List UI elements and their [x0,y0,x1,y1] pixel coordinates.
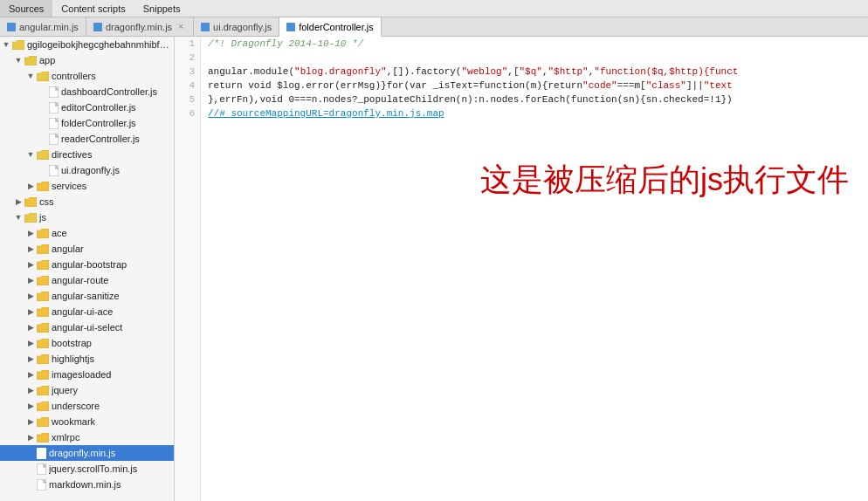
tab-dragonfly-min[interactable]: dragonfly.min.js × [86,17,194,36]
tab-ui-dragonfly[interactable]: ui.dragonfly.js [194,17,279,36]
folder-icon [37,182,49,191]
tree-arrow-angular-sanitize [24,288,37,304]
tree-item-angular-sanitize[interactable]: angular-sanitize [0,288,174,304]
code-line-3: angular.module("blog.dragonfly",[]).fact… [208,65,861,79]
tree-item-dashboardController[interactable]: dashboardController.js [0,84,174,100]
tree-label-folderController: folderController.js [61,118,136,128]
tree-item-markdown-min[interactable]: markdown.min.js [0,477,174,492]
tree-arrow-root [0,37,12,52]
tree-item-wookmark[interactable]: wookmark [0,414,174,429]
tree-item-imagesloaded[interactable]: imagesloaded [0,367,174,382]
tab-close-icon[interactable]: × [176,22,186,32]
tree-label-jquery-scrollto: jquery.scrollTo.min.js [49,463,137,474]
tree-item-underscore[interactable]: underscore [0,398,174,414]
folder-icon [37,354,49,364]
tree-item-angular-route[interactable]: angular-route [0,272,174,288]
tree-item-bootstrap[interactable]: bootstrap [0,335,174,351]
tab-bar: angular.min.js dragonfly.min.js × ui.dra… [0,17,868,37]
tree-item-editorController[interactable]: editorController.js [0,100,174,115]
line-num-2: 2 [180,51,195,65]
code-line-1: /*! Dragonfly 2014-10-10 */ [208,37,861,51]
tree-item-angular-bootstrap[interactable]: angular-bootstrap [0,257,174,272]
tab-file-icon [201,23,210,31]
tree-item-xmlrpc[interactable]: xmlrpc [0,429,174,445]
tree-label-angular-ui-select: angular-ui-select [52,322,122,333]
tree-item-app[interactable]: app [0,52,174,68]
tree-item-ui-dragonfly-file[interactable]: ui.dragonfly.js [0,162,174,178]
tab-label: dragonfly.min.js [106,22,172,32]
tree-arrow-services [24,178,37,194]
tree-item-angular-ui-select[interactable]: angular-ui-select [0,319,174,335]
tree-arrow-dashboardController [37,84,49,100]
tree-arrow-readerController [37,131,49,147]
folder-icon [37,401,49,411]
tree-label-dragonfly-min-file: dragonfly.min.js [49,448,115,458]
menu-snippets[interactable]: Snippets [134,0,189,17]
file-icon [37,448,46,459]
line-numbers: 1 2 3 4 5 6 [175,37,201,501]
code-lines: /*! Dragonfly 2014-10-10 */ angular.modu… [201,37,868,501]
tree-item-controllers[interactable]: controllers [0,68,174,84]
tree-item-js[interactable]: js [0,209,174,225]
tree-label-directives: directives [52,149,92,160]
tree-item-ace[interactable]: ace [0,225,174,241]
tree-item-readerController[interactable]: readerController.js [0,131,174,147]
tree-label-readerController: readerController.js [61,134,140,144]
main-area: ggilogeibokjhegcghebahnmhibfpgobappcontr… [0,37,868,501]
folder-icon [37,276,49,285]
folder-icon [37,307,49,317]
tree-item-dragonfly-min-file[interactable]: dragonfly.min.js [0,445,174,461]
tree-item-root[interactable]: ggilogeibokjhegcghebahnmhibfpgob [0,37,174,52]
tab-file-icon [7,23,16,31]
line-num-4: 4 [180,79,195,93]
code-text: return void $log.error(errMsg)}for(var _… [208,80,733,91]
tree-arrow-highlightjs [24,351,37,367]
tab-angular-min[interactable]: angular.min.js [0,17,86,36]
tree-item-angular-ui-ace[interactable]: angular-ui-ace [0,304,174,319]
tree-item-folderController[interactable]: folderController.js [0,115,174,131]
tree-item-jquery[interactable]: jquery [0,382,174,398]
line-num-3: 3 [180,65,195,79]
tree-item-angular[interactable]: angular [0,241,174,257]
code-line-4: return void $log.error(errMsg)}for(var _… [208,79,861,93]
tree-label-css: css [39,196,54,207]
tab-label: folderController.js [299,22,374,32]
folder-icon [37,433,49,443]
tree-item-directives[interactable]: directives [0,147,174,162]
tree-label-jquery: jquery [52,385,78,395]
tree-item-jquery-scrollto[interactable]: jquery.scrollTo.min.js [0,461,174,477]
tab-label: ui.dragonfly.js [213,22,272,32]
file-icon [49,102,59,113]
tree-arrow-app [12,52,24,68]
file-icon [49,165,59,176]
line-num-6: 6 [180,106,195,120]
file-icon [49,86,59,98]
tree-label-dashboardController: dashboardController.js [61,86,157,97]
folder-icon [37,260,49,270]
tree-label-angular-ui-ace: angular-ui-ace [52,306,113,317]
code-line-2 [208,51,861,65]
code-comment: /*! Dragonfly 2014-10-10 */ [208,38,363,49]
tree-label-ace: ace [52,228,67,238]
tree-arrow-controllers [24,68,37,84]
tree-arrow-wookmark [24,414,37,429]
tree-arrow-xmlrpc [24,429,37,445]
folder-icon [37,370,49,380]
tree-label-xmlrpc: xmlrpc [52,432,79,443]
tree-label-wookmark: wookmark [52,416,95,427]
folder-icon [37,339,49,348]
tree-arrow-dragonfly-min-file [24,445,37,461]
tree-item-highlightjs[interactable]: highlightjs [0,351,174,367]
tree-label-underscore: underscore [52,401,100,411]
menu-sources[interactable]: Sources [0,0,52,17]
folder-icon [37,72,49,81]
folder-icon [24,56,37,65]
tree-label-angular-sanitize: angular-sanitize [52,291,120,301]
tab-folder-controller[interactable]: folderController.js [279,17,382,37]
tree-item-services[interactable]: services [0,178,174,194]
tree-label-app: app [39,55,55,65]
menu-content-scripts[interactable]: Content scripts [52,0,134,17]
tree-item-css[interactable]: css [0,194,174,209]
tree-arrow-underscore [24,398,37,414]
tree-label-editorController: editorController.js [61,102,136,113]
